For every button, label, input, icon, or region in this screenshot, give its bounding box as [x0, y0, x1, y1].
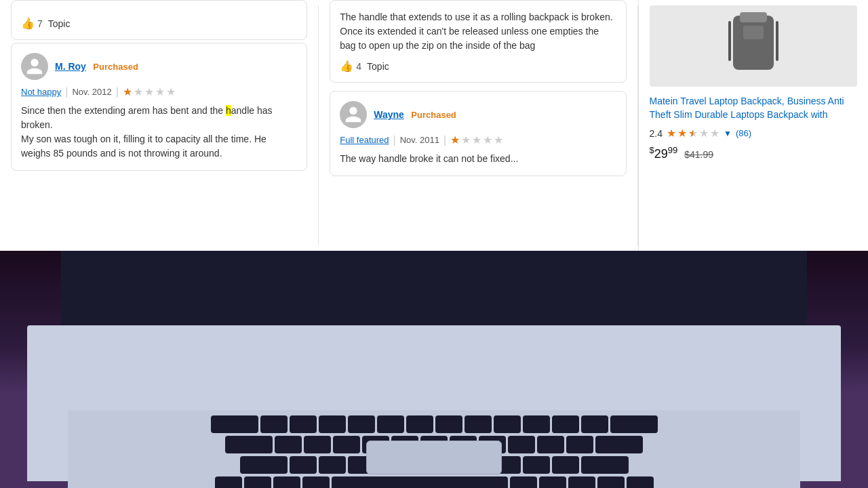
- key-tab: [211, 415, 258, 433]
- key-t: [377, 415, 404, 433]
- svg-rect-2: [743, 26, 764, 39]
- key-p: [523, 415, 550, 433]
- prod-star-e2: ★: [710, 127, 719, 140]
- key-z: [290, 456, 317, 474]
- key-right: [627, 476, 654, 488]
- key-quote: [566, 436, 593, 453]
- key-d: [333, 436, 360, 453]
- review-text-mroy: Since then the extending arem has bent a…: [21, 104, 297, 161]
- person-icon: [25, 57, 44, 76]
- screen-bezel: [61, 251, 807, 332]
- trackpad: [366, 441, 502, 474]
- key-s: [304, 436, 331, 453]
- star-wayne-e1: ★: [461, 134, 471, 146]
- key-semi: [537, 436, 564, 453]
- product-rating-row: 2.4 ★ ★ ★ ★ ★ ★ ▼ (86): [650, 127, 857, 140]
- star-empty-4: ★: [166, 85, 176, 98]
- keyboard-row-4: [73, 476, 795, 488]
- key-rb: [581, 415, 608, 433]
- key-cmd-l: [302, 476, 330, 488]
- price-row: $2999 $41.99: [650, 145, 857, 161]
- review-meta-mroy: Not happy | Nov. 2012 | ★ ★ ★ ★ ★: [21, 85, 297, 98]
- key-left: [568, 476, 595, 488]
- star-wayne-filled: ★: [450, 134, 460, 146]
- review-date-wayne: Nov. 2011: [400, 135, 439, 145]
- topic-area-top: 👍 4 Topic: [340, 60, 616, 73]
- product-title[interactable]: Matein Travel Laptop Backpack, Business …: [650, 95, 857, 121]
- star-wayne-e4: ★: [494, 134, 503, 146]
- review-meta-wayne: Full featured | Nov. 2011 | ★ ★ ★ ★ ★: [340, 134, 616, 146]
- key-a: [275, 436, 302, 453]
- partial-review-card: 👍 7 Topic: [11, 0, 307, 40]
- review-text-wayne: The way handle broke it can not be fixed…: [340, 152, 616, 166]
- purchased-badge-mroy: Purchased: [93, 62, 138, 72]
- product-panel: Matein Travel Laptop Backpack, Business …: [638, 0, 868, 251]
- star-filled-1: ★: [123, 85, 132, 98]
- thumbs-up-middle: 👍 4: [340, 60, 361, 73]
- laptop-area: [0, 251, 868, 488]
- review-title-wayne[interactable]: Full featured: [340, 135, 389, 145]
- laptop-body: [27, 325, 841, 481]
- stars-wayne: ★ ★ ★ ★ ★: [450, 134, 503, 146]
- key-alt-r: [539, 476, 566, 488]
- product-rating-number: 2.4: [650, 128, 663, 139]
- thumbs-up-area: 👍 7: [21, 17, 43, 30]
- thumbs-up-icon-middle: 👍: [340, 60, 353, 73]
- review-card-wayne: Wayne Purchased Full featured | Nov. 201…: [330, 91, 626, 176]
- key-l: [508, 436, 535, 453]
- topic-label: Topic: [48, 18, 71, 29]
- key-w: [290, 415, 317, 433]
- product-price: $2999: [650, 145, 678, 161]
- star-wayne-e2: ★: [472, 134, 481, 146]
- prod-star-2: ★: [677, 127, 687, 140]
- product-stars: ★ ★ ★ ★ ★ ★: [667, 127, 719, 140]
- key-lshift: [240, 456, 288, 474]
- avatar-wayne: [340, 101, 367, 128]
- key-up-down: [597, 476, 625, 488]
- reviewer-name-mroy[interactable]: M. Roy: [55, 61, 86, 72]
- key-e: [319, 415, 346, 433]
- review-card-top-middle: The handle that extends to use it as a r…: [330, 0, 626, 83]
- review-text-part3: My son was tough on it, filling it to ca…: [21, 134, 267, 159]
- key-r: [348, 415, 375, 433]
- product-original-price: $41.99: [684, 149, 713, 160]
- review-header: M. Roy Purchased: [21, 53, 297, 80]
- key-rshift: [581, 456, 629, 474]
- review-text-top-middle: The handle that extends to use it as a r…: [340, 10, 616, 53]
- key-x: [319, 456, 346, 474]
- key-u: [435, 415, 462, 433]
- key-i: [465, 415, 492, 433]
- prod-star-half: ★ ★: [688, 127, 698, 140]
- key-period: [523, 456, 550, 474]
- star-empty-2: ★: [144, 85, 154, 98]
- reviewer-name-wayne[interactable]: Wayne: [374, 109, 404, 120]
- price-cents: 99: [668, 145, 677, 155]
- key-fn: [215, 476, 242, 488]
- thumbs-up-icon: 👍: [21, 17, 35, 30]
- key-q: [260, 415, 288, 433]
- key-enter: [595, 436, 643, 453]
- star-empty-1: ★: [134, 85, 143, 98]
- svg-rect-0: [733, 16, 774, 70]
- price-dollar: $: [650, 145, 654, 155]
- prod-star-1: ★: [667, 127, 676, 140]
- product-review-count[interactable]: (86): [736, 128, 751, 138]
- review-date-mroy: Nov. 2012: [72, 87, 111, 97]
- star-wayne-e3: ★: [483, 134, 492, 146]
- product-image: [650, 5, 857, 87]
- prod-star-e1: ★: [699, 127, 709, 140]
- topic-label-middle: Topic: [367, 61, 389, 72]
- price-main-num: 29: [654, 147, 668, 161]
- svg-rect-1: [740, 12, 767, 22]
- review-card-mroy: M. Roy Purchased Not happy | Nov. 2012 |…: [11, 43, 307, 171]
- review-title-mroy[interactable]: Not happy: [21, 87, 61, 97]
- review-text-part1: Since then the extending arem has bent a…: [21, 105, 226, 116]
- key-caps: [225, 436, 273, 453]
- keyboard-row-1: [73, 415, 795, 433]
- key-y: [406, 415, 433, 433]
- chevron-down-icon: ▼: [724, 129, 732, 138]
- thumbs-count-middle: 4: [356, 61, 361, 72]
- thumbs-count: 7: [37, 18, 43, 29]
- key-lb: [552, 415, 579, 433]
- highlight-char: h: [226, 105, 231, 116]
